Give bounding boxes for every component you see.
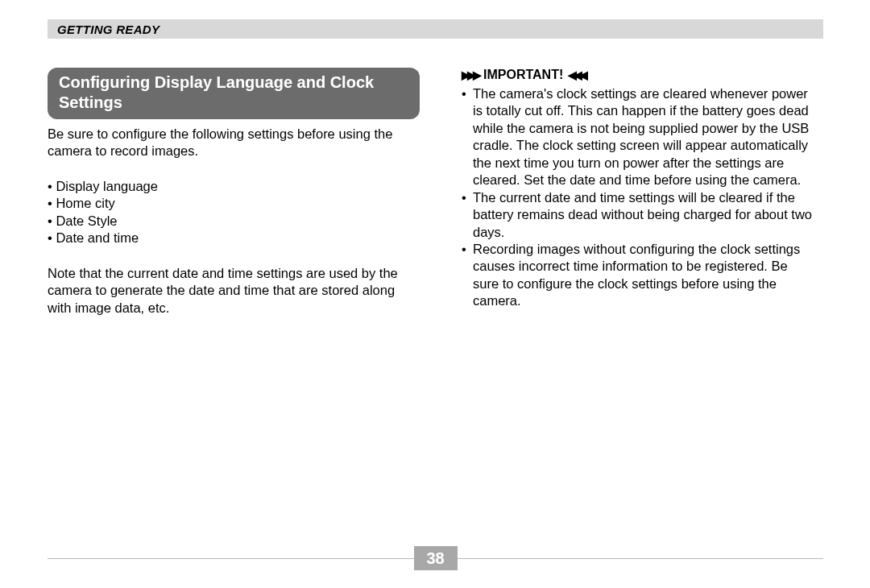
list-item: Home city: [48, 195, 420, 212]
page-container: GETTING READY Configuring Display Langua…: [48, 19, 823, 569]
list-item: Recording images without configuring the…: [462, 241, 814, 310]
backward-arrows-icon: ◀◀◀: [568, 68, 585, 81]
list-item: The camera's clock settings are cleared …: [462, 85, 814, 189]
note-paragraph: Note that the current date and time sett…: [48, 265, 420, 317]
section-title: Configuring Display Language and Clock S…: [48, 68, 420, 119]
list-item: The current date and time settings will …: [462, 189, 814, 241]
important-list: The camera's clock settings are cleared …: [442, 85, 814, 310]
intro-paragraph: Be sure to configure the following setti…: [48, 126, 420, 160]
settings-list: Display language Home city Date Style Da…: [48, 178, 420, 247]
forward-arrows-icon: ▶▶▶: [462, 68, 478, 81]
page-number: 38: [414, 546, 458, 570]
chapter-title: GETTING READY: [57, 23, 160, 36]
right-column: ▶▶▶ IMPORTANT! ◀◀◀ The camera's clock se…: [442, 68, 814, 317]
list-item: Date and time: [48, 230, 420, 246]
chapter-header: GETTING READY: [48, 19, 823, 39]
left-column: Configuring Display Language and Clock S…: [48, 68, 420, 317]
content-area: Configuring Display Language and Clock S…: [48, 68, 823, 317]
list-item: Display language: [48, 178, 420, 195]
footer-rule-right: [458, 558, 824, 559]
footer-rule-left: [48, 558, 414, 559]
page-footer: 38: [48, 546, 823, 570]
important-heading: ▶▶▶ IMPORTANT! ◀◀◀: [462, 68, 814, 82]
list-item: Date Style: [48, 213, 420, 230]
important-label: IMPORTANT!: [483, 68, 563, 82]
